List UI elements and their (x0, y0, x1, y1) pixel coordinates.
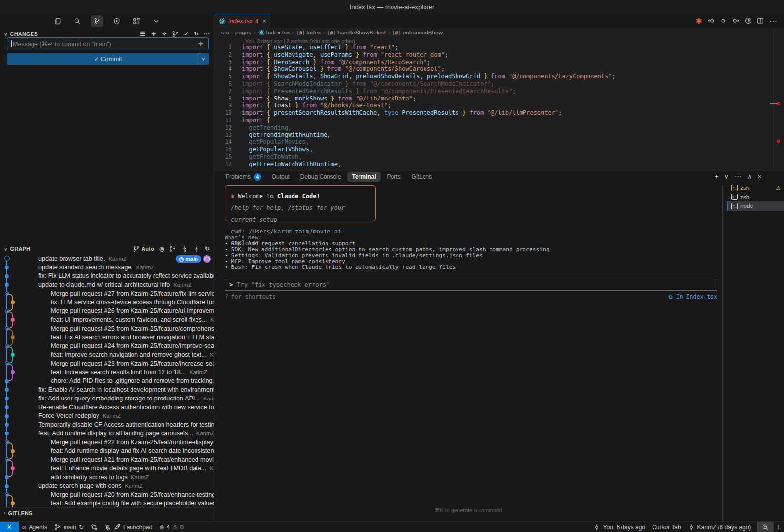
commit-row[interactable]: chore: Add PID files to .gitignore and r… (0, 377, 214, 386)
terminal-dropdown-icon[interactable]: ∨ (724, 173, 729, 180)
refresh-icon[interactable]: ↻ (194, 31, 199, 37)
commit-row[interactable]: Merge pull request #20 from Kzaim-25/fea… (0, 490, 214, 499)
open-changes-icon[interactable] (745, 17, 751, 24)
breadcrumb-item[interactable]: [@]Index (296, 29, 321, 36)
branch-badge-main[interactable]: ◎main (176, 255, 201, 263)
source-control-icon[interactable] (91, 15, 103, 27)
merge-icon[interactable] (169, 245, 176, 252)
commit-row[interactable]: Temporarily disable CF Access authentica… (0, 420, 214, 429)
commit-row[interactable]: feat: Enhance movie details page with re… (0, 464, 214, 473)
panel-tab-debug-console[interactable]: Debug Console (296, 172, 346, 182)
commit-row[interactable]: update standard search message.KarimZ (0, 263, 214, 272)
panel-tab-ports[interactable]: Ports (383, 172, 405, 182)
commit-row[interactable]: update to claude.md w/ critical architec… (0, 280, 214, 289)
commit-row[interactable]: update search page with consKarimZ (0, 482, 214, 491)
sparkle-icon[interactable] (150, 31, 157, 37)
more-actions-icon[interactable]: ⋯ (769, 16, 777, 26)
blame-you-item[interactable]: You, 6 days ago (590, 522, 649, 532)
prev-change-icon[interactable] (708, 17, 715, 24)
blame-karimz-item[interactable]: KarimZ (6 days ago) (685, 522, 754, 532)
code-view[interactable]: 1import { useState, useEffect } from "re… (214, 44, 773, 168)
breadcrumb-item[interactable]: [@]enhancedShow (392, 29, 443, 36)
tab-index-tsx[interactable]: Index.tsx 4 × (214, 14, 271, 28)
commit-row[interactable]: feat: Add example config file with secur… (0, 499, 214, 507)
graph-section-header[interactable]: ∨ GRAPH Auto◎↻ (0, 243, 214, 254)
breadcrumb-item[interactable]: [@]handleShowSelect (327, 29, 386, 36)
zoom-item[interactable] (757, 522, 774, 532)
commit-message-input[interactable]: Message (⌘↵ to commit on "main") (7, 37, 209, 50)
commit-row[interactable]: Merge pull request #25 from Kzaim-25/fea… (0, 324, 214, 333)
sparkle-icon[interactable] (197, 40, 204, 47)
commit-row[interactable]: Merge pull request #23 from Kzaim-25/fea… (0, 359, 214, 368)
cursor-tab-item[interactable]: Cursor Tab (649, 522, 684, 532)
shield-icon[interactable] (110, 15, 123, 27)
branch-action-icon[interactable] (172, 31, 179, 37)
close-tab-icon[interactable]: × (262, 17, 266, 25)
commit-row[interactable]: feat: Fix AI search errors and browser n… (0, 333, 214, 342)
clipped-item[interactable]: L (774, 522, 784, 532)
compare-item[interactable] (87, 522, 101, 532)
claude-prompt-input[interactable]: > Try "fix typecheck errors" (225, 279, 717, 291)
branch-item[interactable]: main↻ (51, 522, 87, 532)
terminal-splitter[interactable] (722, 185, 723, 521)
commit-row[interactable]: feat: Add runtime display and fix AI sea… (0, 447, 214, 456)
commit-row[interactable]: Merge pull request #26 from Kzaim-25/fea… (0, 307, 214, 316)
commit-row[interactable]: Merge pull request #22 from Kzaim-25/fea… (0, 438, 214, 447)
maximize-panel-icon[interactable]: ∧ (747, 173, 752, 180)
panel-tab-output[interactable]: Output (267, 172, 294, 182)
launchpad-item[interactable]: Launchpad (101, 522, 156, 532)
remote-indicator[interactable]: ✕ (0, 522, 19, 532)
next-change-icon[interactable] (732, 17, 739, 24)
terminal-item-zsh[interactable]: >_zsh (727, 193, 784, 202)
claude-icon[interactable]: ✱ (696, 16, 702, 26)
terminal-item-node[interactable]: >_node (727, 201, 784, 211)
commit-row[interactable]: feat: Improve search navigation and remo… (0, 350, 214, 359)
commit-row[interactable]: add similarity scores to logsKarimZ (0, 473, 214, 482)
gitlens-section-header[interactable]: › GITLENS (0, 507, 214, 518)
files-icon[interactable] (51, 15, 64, 27)
commit-row[interactable]: fix: LLM service cross-device access thr… (0, 298, 214, 307)
in-file-indicator[interactable]: ⧉ In Index.tsx (669, 293, 717, 300)
breadcrumb-item[interactable]: Index.tsx (258, 29, 290, 36)
new-terminal-icon[interactable]: + (715, 173, 719, 180)
terminal-item-zsh[interactable]: >_zsh⚠ (727, 183, 784, 193)
breadcrumb-item[interactable]: pages (235, 29, 251, 36)
commit-row[interactable]: fix: Fix LLM status indicator to accurat… (0, 272, 214, 281)
more-actions-icon[interactable]: ⋯ (735, 173, 741, 180)
commit-button[interactable]: ✓ Commit ∨ (7, 53, 209, 65)
more-views-icon[interactable] (150, 15, 163, 27)
commit-row[interactable]: Force Vercel redeployKarimZ (0, 412, 214, 421)
commit-row[interactable]: update browser tab title.KarimZ◎main (0, 254, 214, 263)
current-change-icon[interactable] (720, 17, 727, 24)
commit-row[interactable]: Re-enable Cloudflare Access authenticati… (0, 403, 214, 412)
pull-icon[interactable] (181, 245, 188, 252)
commit-row[interactable]: feat: UI improvements, custom favicon, a… (0, 315, 214, 324)
view-as-list-icon[interactable]: ☰ (140, 31, 145, 37)
commit-all-icon[interactable]: ✓ (184, 31, 189, 37)
split-editor-icon[interactable] (757, 17, 764, 24)
commit-dropdown-icon[interactable]: ∨ (198, 53, 209, 65)
push-icon[interactable] (193, 245, 200, 252)
more-actions-icon[interactable]: ⋯ (204, 31, 210, 37)
close-panel-icon[interactable]: × (757, 173, 761, 180)
panel-tab-problems[interactable]: Problems4 (221, 172, 265, 182)
commit-row[interactable]: fix: Add user query embedding storage to… (0, 394, 214, 403)
generate-commit-icon[interactable]: ✧ (162, 31, 167, 37)
commit-row[interactable]: Merge pull request #21 from Kzaim-25/fea… (0, 455, 214, 464)
refresh-icon[interactable]: ↻ (205, 245, 210, 252)
commit-row[interactable]: fix: Enable AI search in localhost devel… (0, 385, 214, 394)
agents-item[interactable]: ∞Agents (19, 522, 51, 532)
extensions-icon[interactable] (130, 15, 143, 27)
commit-row[interactable]: feat: Increase search results limit from… (0, 368, 214, 377)
target-icon[interactable]: ◎ (159, 245, 164, 252)
commit-row[interactable]: Merge pull request #27 from Kzaim-25/fea… (0, 289, 214, 298)
cloud-badge[interactable] (203, 255, 211, 263)
problems-item[interactable]: ⊗4⚠0 (156, 522, 187, 532)
panel-tab-terminal[interactable]: Terminal (347, 172, 380, 182)
commit-row[interactable]: feat: Add runtime display to all landing… (0, 429, 214, 438)
commit-row[interactable]: Merge pull request #24 from Kzaim-25/fea… (0, 342, 214, 351)
graph-auto-toggle[interactable]: Auto (133, 245, 154, 252)
breadcrumb-item[interactable]: src (221, 29, 229, 36)
search-icon[interactable] (71, 15, 84, 27)
panel-tab-gitlens[interactable]: GitLens (407, 172, 436, 182)
